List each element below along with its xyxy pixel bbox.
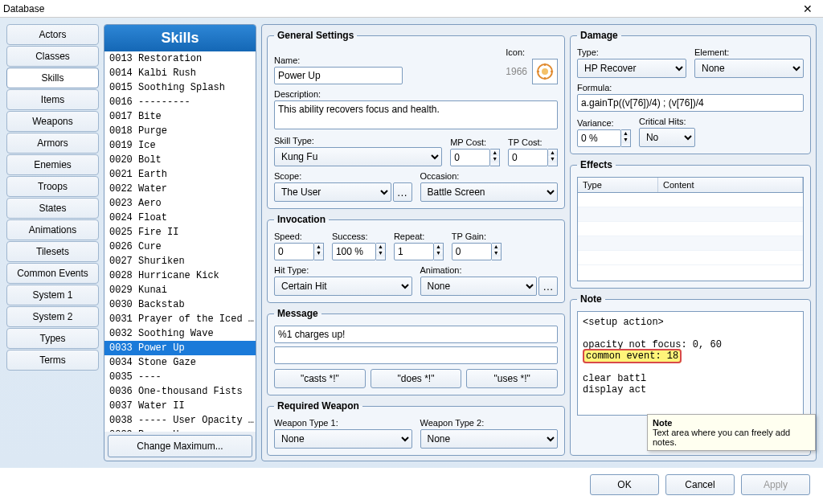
sidebar-tab-items[interactable]: Items bbox=[6, 89, 99, 110]
list-item[interactable]: 0032 Soothing Wave bbox=[104, 326, 256, 341]
variance-input[interactable] bbox=[577, 129, 621, 147]
scope-select[interactable]: The User bbox=[274, 182, 391, 202]
list-item[interactable]: 0015 Soothing Splash bbox=[104, 80, 256, 95]
speed-label: Speed: bbox=[274, 232, 324, 241]
list-item[interactable]: 0023 Aero bbox=[104, 196, 256, 211]
list-item[interactable]: 0031 Prayer of the Iced … bbox=[104, 312, 256, 326]
list-item[interactable]: 0025 Fire II bbox=[104, 225, 256, 240]
cancel-button[interactable]: Cancel bbox=[665, 474, 735, 495]
tp-spin[interactable]: ▲▼ bbox=[548, 149, 558, 166]
skilltype-select[interactable]: Kung Fu bbox=[274, 147, 442, 166]
mp-spin[interactable]: ▲▼ bbox=[490, 149, 500, 166]
table-row[interactable] bbox=[578, 193, 803, 207]
uses-button[interactable]: "uses *!" bbox=[466, 369, 558, 388]
repeat-input[interactable] bbox=[394, 243, 434, 260]
hittype-select[interactable]: Certain Hit bbox=[274, 277, 412, 296]
skill-list[interactable]: 0013 Restoration0014 Kalbi Rush0015 Soot… bbox=[104, 51, 256, 432]
table-row[interactable] bbox=[578, 222, 803, 236]
wtype2-label: Weapon Type 2: bbox=[420, 418, 559, 428]
required-weapon-group: Required Weapon Weapon Type 1: None Weap… bbox=[267, 400, 565, 456]
message-line1[interactable] bbox=[274, 326, 558, 343]
message-line2[interactable] bbox=[274, 346, 558, 364]
list-item[interactable]: 0030 Backstab bbox=[104, 297, 256, 312]
anim-more-button[interactable]: … bbox=[538, 277, 558, 296]
sidebar-tab-actors[interactable]: Actors bbox=[6, 24, 99, 45]
sidebar-tab-system-2[interactable]: System 2 bbox=[6, 306, 99, 327]
sidebar-tab-types[interactable]: Types bbox=[6, 328, 99, 349]
list-item[interactable]: 0017 Bite bbox=[104, 109, 256, 124]
ok-button[interactable]: OK bbox=[590, 474, 659, 495]
list-item[interactable]: 0039 Power Up bbox=[104, 428, 256, 432]
variance-spin[interactable]: ▲▼ bbox=[621, 129, 631, 147]
list-item[interactable]: 0026 Cure bbox=[104, 240, 256, 254]
effects-col-type: Type bbox=[578, 178, 658, 192]
crit-select[interactable]: No bbox=[639, 128, 695, 147]
mpcost-label: MP Cost: bbox=[450, 137, 500, 147]
list-item[interactable]: 0016 --------- bbox=[104, 95, 256, 109]
tpgain-input[interactable] bbox=[452, 243, 492, 260]
tpcost-input[interactable] bbox=[508, 149, 548, 166]
apply-button[interactable]: Apply bbox=[741, 474, 810, 495]
note-textarea[interactable]: <setup action> opacity not focus: 0, 60 … bbox=[577, 311, 804, 416]
sidebar-tab-animations[interactable]: Animations bbox=[6, 219, 99, 240]
list-item[interactable]: 0018 Purge bbox=[104, 124, 256, 138]
list-item[interactable]: 0035 ---- bbox=[104, 370, 256, 384]
formula-input[interactable] bbox=[577, 94, 804, 112]
list-item[interactable]: 0037 Water II bbox=[104, 399, 256, 413]
damage-group: Damage Type: HP Recover Element: None Fo… bbox=[570, 30, 811, 154]
change-maximum-button[interactable]: Change Maximum... bbox=[108, 435, 252, 457]
list-item[interactable]: 0020 Bolt bbox=[104, 153, 256, 167]
icon-preview[interactable] bbox=[532, 59, 558, 84]
sidebar-tab-common-events[interactable]: Common Events bbox=[6, 263, 99, 284]
occasion-select[interactable]: Battle Screen bbox=[420, 182, 559, 202]
database-tabs: ActorsClassesSkillsItemsWeaponsArmorsEne… bbox=[6, 24, 99, 461]
table-row[interactable] bbox=[578, 251, 803, 265]
animation-select[interactable]: None bbox=[420, 277, 538, 296]
sidebar-tab-tilesets[interactable]: Tilesets bbox=[6, 241, 99, 262]
list-item[interactable]: 0028 Hurricane Kick bbox=[104, 268, 256, 283]
effects-table[interactable]: Type Content bbox=[577, 177, 804, 281]
list-item[interactable]: 0021 Earth bbox=[104, 167, 256, 182]
list-item[interactable]: 0038 ----- User Opacity … bbox=[104, 413, 256, 428]
list-item[interactable]: 0013 Restoration bbox=[104, 51, 256, 66]
sidebar-tab-states[interactable]: States bbox=[6, 198, 99, 219]
list-item[interactable]: 0036 One-thousand Fists bbox=[104, 384, 256, 399]
sidebar-tab-enemies[interactable]: Enemies bbox=[6, 154, 99, 175]
table-row[interactable] bbox=[578, 236, 803, 251]
sidebar-tab-system-1[interactable]: System 1 bbox=[6, 285, 99, 305]
repeat-label: Repeat: bbox=[394, 232, 444, 241]
wtype1-select[interactable]: None bbox=[274, 429, 412, 449]
close-icon[interactable]: ✕ bbox=[796, 2, 820, 15]
list-item[interactable]: 0022 Water bbox=[104, 182, 256, 196]
list-item[interactable]: 0024 Float bbox=[104, 211, 256, 225]
success-input[interactable] bbox=[332, 243, 376, 260]
dmg-type-select[interactable]: HP Recover bbox=[577, 59, 686, 78]
repeat-spin[interactable]: ▲▼ bbox=[434, 243, 444, 260]
name-input[interactable] bbox=[274, 67, 403, 84]
sidebar-tab-classes[interactable]: Classes bbox=[6, 46, 99, 67]
list-item[interactable]: 0014 Kalbi Rush bbox=[104, 66, 256, 80]
casts-button[interactable]: "casts *!" bbox=[274, 369, 366, 388]
tooltip: Note Text area where you can freely add … bbox=[647, 414, 816, 451]
tpgain-spin[interactable]: ▲▼ bbox=[492, 243, 502, 260]
speed-input[interactable] bbox=[274, 243, 314, 260]
list-item[interactable]: 0027 Shuriken bbox=[104, 254, 256, 268]
wtype2-select[interactable]: None bbox=[420, 429, 559, 449]
sidebar-tab-terms[interactable]: Terms bbox=[6, 350, 99, 371]
list-item[interactable]: 0033 Power Up bbox=[104, 341, 256, 355]
sidebar-tab-weapons[interactable]: Weapons bbox=[6, 111, 99, 132]
sidebar-tab-armors[interactable]: Armors bbox=[6, 133, 99, 154]
list-item[interactable]: 0029 Kunai bbox=[104, 283, 256, 297]
scope-more-button[interactable]: … bbox=[393, 182, 412, 202]
sidebar-tab-skills[interactable]: Skills bbox=[6, 68, 99, 88]
success-spin[interactable]: ▲▼ bbox=[376, 243, 386, 260]
list-item[interactable]: 0019 Ice bbox=[104, 138, 256, 153]
description-input[interactable]: This ability recovers focus and health. bbox=[274, 100, 558, 129]
element-select[interactable]: None bbox=[694, 59, 804, 78]
does-button[interactable]: "does *!" bbox=[371, 369, 462, 388]
list-item[interactable]: 0034 Stone Gaze bbox=[104, 355, 256, 370]
table-row[interactable] bbox=[578, 207, 803, 222]
mpcost-input[interactable] bbox=[450, 149, 490, 166]
speed-spin[interactable]: ▲▼ bbox=[314, 243, 324, 260]
sidebar-tab-troops[interactable]: Troops bbox=[6, 176, 99, 197]
